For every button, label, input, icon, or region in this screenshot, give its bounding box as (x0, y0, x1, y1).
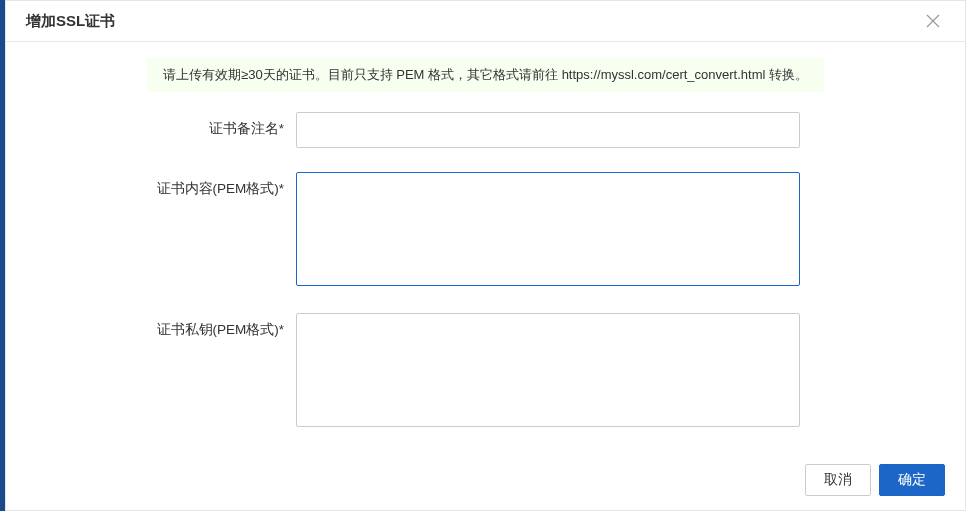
add-ssl-cert-modal: 增加SSL证书 请上传有效期≥30天的证书。目前只支持 PEM 格式，其它格式请… (5, 0, 966, 511)
modal-footer: 取消 确定 (6, 452, 965, 510)
cert-private-key-wrap (296, 313, 800, 430)
cert-name-input[interactable] (296, 112, 800, 148)
cert-private-key-label: 证书私钥(PEM格式)* (26, 313, 296, 339)
cert-content-textarea[interactable] (296, 172, 800, 286)
confirm-button[interactable]: 确定 (879, 464, 945, 496)
cert-content-wrap (296, 172, 800, 289)
close-icon[interactable] (921, 9, 945, 33)
cert-private-key-textarea[interactable] (296, 313, 800, 427)
cert-name-label: 证书备注名* (26, 112, 296, 138)
info-banner: 请上传有效期≥30天的证书。目前只支持 PEM 格式，其它格式请前往 https… (147, 58, 824, 92)
cert-content-label: 证书内容(PEM格式)* (26, 172, 296, 198)
form-row-cert-private-key: 证书私钥(PEM格式)* (26, 313, 945, 430)
form-row-cert-name: 证书备注名* (26, 112, 945, 148)
modal-title: 增加SSL证书 (26, 12, 115, 31)
modal-body: 请上传有效期≥30天的证书。目前只支持 PEM 格式，其它格式请前往 https… (6, 42, 965, 452)
cert-name-wrap (296, 112, 800, 148)
form-row-cert-content: 证书内容(PEM格式)* (26, 172, 945, 289)
close-icon-svg (926, 14, 940, 28)
cancel-button[interactable]: 取消 (805, 464, 871, 496)
modal-header: 增加SSL证书 (6, 1, 965, 42)
